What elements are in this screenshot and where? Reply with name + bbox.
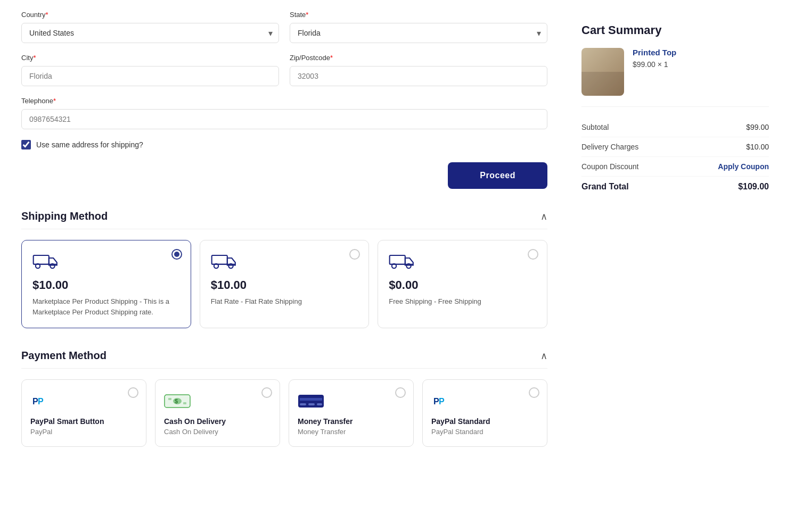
left-column: Country* United States Canada United Kin… xyxy=(21,11,547,447)
delivery-label: Delivery Charges xyxy=(581,143,638,151)
truck-icon-0 xyxy=(32,251,180,272)
shipping-price-1: $10.00 xyxy=(211,278,358,292)
subtotal-row: Subtotal $99.00 xyxy=(581,118,769,137)
right-column: Cart Summary Printed Top $99.00 × 1 Subt… xyxy=(569,11,782,447)
grand-total-label: Grand Total xyxy=(581,182,629,192)
payment-name-3: PayPal Standard xyxy=(431,417,538,426)
shipping-desc-2: Free Shipping - Free Shipping xyxy=(389,296,536,307)
coupon-label: Coupon Discount xyxy=(581,162,638,171)
zip-group: Zip/Postcode* xyxy=(290,54,547,86)
coupon-row: Coupon Discount Apply Coupon xyxy=(581,157,769,177)
country-select-wrapper: United States Canada United Kingdom ▾ xyxy=(21,23,279,43)
payment-name-1: Cash On Delivery xyxy=(164,417,271,426)
shipping-radio-1[interactable] xyxy=(349,249,360,260)
country-state-row: Country* United States Canada United Kin… xyxy=(21,11,547,43)
shipping-radio-0[interactable] xyxy=(171,249,182,260)
cart-item-name: Printed Top xyxy=(633,48,769,57)
city-group: City* xyxy=(21,54,279,86)
payment-sub-0: PayPal xyxy=(30,428,137,436)
payment-card-2[interactable]: Money Transfer Money Transfer xyxy=(289,379,414,447)
paypal-smart-icon: P P xyxy=(30,390,137,412)
city-input[interactable] xyxy=(21,66,279,86)
shipping-method-title: Shipping Method xyxy=(21,210,108,222)
state-label: State* xyxy=(290,11,547,19)
truck-icon-2 xyxy=(389,251,536,272)
payment-radio-1[interactable] xyxy=(261,387,272,398)
shipping-desc-0: Marketplace Per Product Shipping - This … xyxy=(32,296,180,317)
grand-total-value: $109.00 xyxy=(738,182,769,192)
svg-rect-23 xyxy=(308,403,315,405)
shipping-collapse-icon[interactable]: ∧ xyxy=(540,211,547,222)
shipping-price-2: $0.00 xyxy=(389,278,536,292)
transfer-icon xyxy=(298,390,405,412)
payment-sub-3: PayPal Standard xyxy=(431,428,538,436)
payment-sub-1: Cash On Delivery xyxy=(164,428,271,436)
payment-name-0: PayPal Smart Button xyxy=(30,417,137,426)
state-select[interactable]: Florida California New York xyxy=(290,23,547,43)
shipping-desc-1: Flat Rate - Flat Rate Shipping xyxy=(211,296,358,307)
same-address-row: Use same address for shipping? xyxy=(21,140,547,149)
subtotal-value: $99.00 xyxy=(746,123,769,131)
svg-text:P: P xyxy=(439,397,445,406)
cart-item-details: Printed Top $99.00 × 1 xyxy=(633,48,769,96)
cart-summary-title: Cart Summary xyxy=(581,23,769,37)
svg-rect-20 xyxy=(298,395,324,408)
cart-summary: Cart Summary Printed Top $99.00 × 1 Subt… xyxy=(569,11,782,210)
cart-item: Printed Top $99.00 × 1 xyxy=(581,48,769,107)
city-label: City* xyxy=(21,54,279,62)
payment-method-header: Payment Method ∧ xyxy=(21,350,547,369)
country-select[interactable]: United States Canada United Kingdom xyxy=(21,23,279,43)
svg-text:P: P xyxy=(38,397,44,406)
payment-card-0[interactable]: P P PayPal Smart Button PayPal xyxy=(21,379,146,447)
svg-rect-22 xyxy=(300,403,306,405)
payment-card-3[interactable]: P P PayPal Standard PayPal Standard xyxy=(422,379,547,447)
city-zip-row: City* Zip/Postcode* xyxy=(21,54,547,86)
zip-label: Zip/Postcode* xyxy=(290,54,547,62)
payment-radio-0[interactable] xyxy=(128,387,138,398)
shipping-price-0: $10.00 xyxy=(32,278,180,292)
delivery-value: $10.00 xyxy=(746,143,769,151)
shipping-card-1[interactable]: $10.00 Flat Rate - Flat Rate Shipping xyxy=(200,240,370,328)
payment-method-title: Payment Method xyxy=(21,350,106,362)
payment-card-1[interactable]: $ Cash On Delivery Cash On Delivery xyxy=(155,379,280,447)
subtotal-label: Subtotal xyxy=(581,123,609,131)
payment-name-2: Money Transfer xyxy=(298,417,405,426)
same-address-label[interactable]: Use same address for shipping? xyxy=(36,140,143,149)
svg-rect-21 xyxy=(300,398,322,401)
truck-icon-1 xyxy=(211,251,358,272)
country-group: Country* United States Canada United Kin… xyxy=(21,11,279,43)
proceed-row: Proceed xyxy=(21,162,547,189)
payment-radio-2[interactable] xyxy=(395,387,406,398)
apply-coupon-button[interactable]: Apply Coupon xyxy=(718,162,769,171)
svg-rect-24 xyxy=(317,403,322,405)
telephone-label: Telephone* xyxy=(21,97,547,105)
shipping-card-2[interactable]: $0.00 Free Shipping - Free Shipping xyxy=(378,240,547,328)
shipping-radio-2[interactable] xyxy=(528,249,538,260)
state-select-wrapper: Florida California New York ▾ xyxy=(290,23,547,43)
paypal-standard-icon: P P xyxy=(431,390,538,412)
zip-input[interactable] xyxy=(290,66,547,86)
svg-rect-18 xyxy=(183,402,186,404)
cart-item-price: $99.00 × 1 xyxy=(633,60,769,69)
delivery-row: Delivery Charges $10.00 xyxy=(581,137,769,157)
svg-rect-17 xyxy=(168,398,171,400)
payment-radio-3[interactable] xyxy=(529,387,539,398)
svg-rect-8 xyxy=(390,255,405,264)
state-group: State* Florida California New York ▾ xyxy=(290,11,547,43)
shipping-method-header: Shipping Method ∧ xyxy=(21,210,547,229)
svg-rect-0 xyxy=(34,255,49,264)
shipping-card-0[interactable]: $10.00 Marketplace Per Product Shipping … xyxy=(21,240,191,328)
telephone-input[interactable] xyxy=(21,109,547,129)
proceed-button[interactable]: Proceed xyxy=(448,162,547,189)
svg-text:$: $ xyxy=(175,398,178,404)
telephone-group: Telephone* xyxy=(21,97,547,129)
country-label: Country* xyxy=(21,11,279,19)
cart-item-image xyxy=(581,48,624,96)
grand-total-row: Grand Total $109.00 xyxy=(581,177,769,197)
payment-cards: P P PayPal Smart Button PayPal $ xyxy=(21,379,547,447)
cash-icon: $ xyxy=(164,390,271,412)
payment-collapse-icon[interactable]: ∧ xyxy=(540,350,547,362)
same-address-checkbox[interactable] xyxy=(21,140,31,149)
svg-rect-4 xyxy=(211,255,227,264)
shipping-cards: $10.00 Marketplace Per Product Shipping … xyxy=(21,240,547,328)
